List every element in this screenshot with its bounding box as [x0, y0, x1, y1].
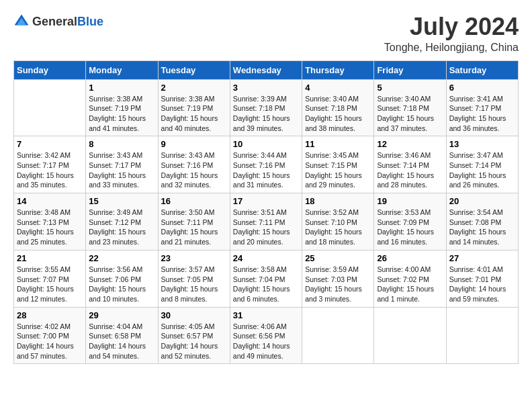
day-number: 24: [233, 253, 299, 263]
calendar-cell: 25Sunrise: 3:59 AM Sunset: 7:03 PM Dayli…: [302, 250, 374, 307]
day-number: 13: [449, 139, 515, 149]
calendar-cell: 17Sunrise: 3:51 AM Sunset: 7:11 PM Dayli…: [230, 193, 302, 250]
day-number: 4: [305, 83, 371, 93]
day-info: Sunrise: 3:56 AM Sunset: 7:06 PM Dayligh…: [89, 265, 154, 304]
day-info: Sunrise: 3:39 AM Sunset: 7:18 PM Dayligh…: [233, 94, 299, 134]
day-number: 14: [17, 196, 83, 206]
calendar-cell: 20Sunrise: 3:54 AM Sunset: 7:08 PM Dayli…: [446, 193, 518, 250]
day-info: Sunrise: 3:58 AM Sunset: 7:04 PM Dayligh…: [233, 265, 299, 304]
day-number: 21: [17, 253, 83, 263]
calendar-cell: 19Sunrise: 3:53 AM Sunset: 7:09 PM Dayli…: [374, 193, 446, 250]
location-subtitle: Tonghe, Heilongjiang, China: [384, 42, 519, 54]
calendar-cell: 12Sunrise: 3:46 AM Sunset: 7:14 PM Dayli…: [374, 136, 446, 193]
calendar-cell: 16Sunrise: 3:50 AM Sunset: 7:11 PM Dayli…: [158, 193, 230, 250]
day-info: Sunrise: 3:42 AM Sunset: 7:17 PM Dayligh…: [17, 150, 83, 190]
day-number: 27: [449, 253, 515, 263]
day-number: 31: [233, 310, 299, 320]
day-number: 15: [89, 196, 154, 206]
day-info: Sunrise: 4:02 AM Sunset: 7:00 PM Dayligh…: [17, 322, 83, 361]
calendar-cell: 2Sunrise: 3:38 AM Sunset: 7:19 PM Daylig…: [158, 79, 230, 136]
day-info: Sunrise: 3:43 AM Sunset: 7:16 PM Dayligh…: [161, 150, 227, 190]
calendar-cell: [446, 307, 518, 364]
day-number: 16: [161, 196, 227, 206]
calendar-cell: 30Sunrise: 4:05 AM Sunset: 6:57 PM Dayli…: [158, 307, 230, 364]
day-info: Sunrise: 4:00 AM Sunset: 7:02 PM Dayligh…: [377, 265, 443, 304]
calendar-week-row: 21Sunrise: 3:55 AM Sunset: 7:07 PM Dayli…: [14, 250, 519, 307]
calendar-week-row: 14Sunrise: 3:48 AM Sunset: 7:13 PM Dayli…: [14, 193, 519, 250]
day-number: 10: [233, 139, 299, 149]
day-info: Sunrise: 4:04 AM Sunset: 6:58 PM Dayligh…: [89, 322, 154, 361]
day-info: Sunrise: 4:06 AM Sunset: 6:56 PM Dayligh…: [233, 322, 299, 361]
calendar-cell: 11Sunrise: 3:45 AM Sunset: 7:15 PM Dayli…: [302, 136, 374, 193]
calendar-week-row: 1Sunrise: 3:38 AM Sunset: 7:19 PM Daylig…: [14, 79, 519, 136]
title-area: July 2024 Tonghe, Heilongjiang, China: [384, 13, 519, 54]
calendar-cell: 31Sunrise: 4:06 AM Sunset: 6:56 PM Dayli…: [230, 307, 302, 364]
day-info: Sunrise: 3:46 AM Sunset: 7:14 PM Dayligh…: [377, 150, 443, 190]
calendar-cell: 22Sunrise: 3:56 AM Sunset: 7:06 PM Dayli…: [86, 250, 158, 307]
day-number: 9: [161, 139, 227, 149]
day-info: Sunrise: 3:38 AM Sunset: 7:19 PM Dayligh…: [161, 94, 227, 134]
page-header: GeneralBlue July 2024 Tonghe, Heilongjia…: [13, 13, 519, 54]
logo-icon: [13, 13, 30, 30]
day-number: 18: [305, 196, 371, 206]
header-sunday: Sunday: [14, 60, 86, 79]
calendar-cell: 26Sunrise: 4:00 AM Sunset: 7:02 PM Dayli…: [374, 250, 446, 307]
day-info: Sunrise: 3:51 AM Sunset: 7:11 PM Dayligh…: [233, 208, 299, 247]
day-info: Sunrise: 3:54 AM Sunset: 7:08 PM Dayligh…: [449, 208, 515, 247]
calendar-cell: 4Sunrise: 3:40 AM Sunset: 7:18 PM Daylig…: [302, 79, 374, 136]
day-info: Sunrise: 3:52 AM Sunset: 7:10 PM Dayligh…: [305, 208, 371, 247]
header-saturday: Saturday: [446, 60, 518, 79]
day-info: Sunrise: 3:59 AM Sunset: 7:03 PM Dayligh…: [305, 265, 371, 304]
month-year-title: July 2024: [384, 13, 519, 40]
calendar-cell: 24Sunrise: 3:58 AM Sunset: 7:04 PM Dayli…: [230, 250, 302, 307]
day-info: Sunrise: 3:43 AM Sunset: 7:17 PM Dayligh…: [89, 150, 154, 190]
calendar-cell: 8Sunrise: 3:43 AM Sunset: 7:17 PM Daylig…: [86, 136, 158, 193]
calendar-cell: [374, 307, 446, 364]
calendar-cell: 28Sunrise: 4:02 AM Sunset: 7:00 PM Dayli…: [14, 307, 86, 364]
calendar-cell: [302, 307, 374, 364]
calendar-week-row: 7Sunrise: 3:42 AM Sunset: 7:17 PM Daylig…: [14, 136, 519, 193]
day-info: Sunrise: 4:05 AM Sunset: 6:57 PM Dayligh…: [161, 322, 227, 361]
day-info: Sunrise: 3:40 AM Sunset: 7:18 PM Dayligh…: [377, 94, 443, 134]
day-info: Sunrise: 3:55 AM Sunset: 7:07 PM Dayligh…: [17, 265, 83, 304]
day-info: Sunrise: 3:47 AM Sunset: 7:14 PM Dayligh…: [449, 150, 515, 190]
day-info: Sunrise: 3:48 AM Sunset: 7:13 PM Dayligh…: [17, 208, 83, 247]
calendar-week-row: 28Sunrise: 4:02 AM Sunset: 7:00 PM Dayli…: [14, 307, 519, 364]
calendar-cell: 5Sunrise: 3:40 AM Sunset: 7:18 PM Daylig…: [374, 79, 446, 136]
day-number: 23: [161, 253, 227, 263]
day-number: 20: [449, 196, 515, 206]
day-info: Sunrise: 3:44 AM Sunset: 7:16 PM Dayligh…: [233, 150, 299, 190]
day-number: 19: [377, 196, 443, 206]
calendar-cell: 7Sunrise: 3:42 AM Sunset: 7:17 PM Daylig…: [14, 136, 86, 193]
day-number: 7: [17, 139, 83, 149]
calendar-cell: 18Sunrise: 3:52 AM Sunset: 7:10 PM Dayli…: [302, 193, 374, 250]
logo-text-general: General: [32, 15, 77, 28]
calendar-cell: 3Sunrise: 3:39 AM Sunset: 7:18 PM Daylig…: [230, 79, 302, 136]
day-info: Sunrise: 4:01 AM Sunset: 7:01 PM Dayligh…: [449, 265, 515, 304]
day-number: 1: [89, 83, 154, 93]
header-thursday: Thursday: [302, 60, 374, 79]
day-info: Sunrise: 3:38 AM Sunset: 7:19 PM Dayligh…: [89, 94, 154, 134]
calendar-header-row: SundayMondayTuesdayWednesdayThursdayFrid…: [14, 60, 519, 79]
header-wednesday: Wednesday: [230, 60, 302, 79]
calendar-cell: 21Sunrise: 3:55 AM Sunset: 7:07 PM Dayli…: [14, 250, 86, 307]
calendar-cell: 1Sunrise: 3:38 AM Sunset: 7:19 PM Daylig…: [86, 79, 158, 136]
day-number: 12: [377, 139, 443, 149]
day-number: 28: [17, 310, 83, 320]
day-number: 3: [233, 83, 299, 93]
header-monday: Monday: [86, 60, 158, 79]
day-number: 29: [89, 310, 154, 320]
day-number: 25: [305, 253, 371, 263]
day-info: Sunrise: 3:49 AM Sunset: 7:12 PM Dayligh…: [89, 208, 154, 247]
day-info: Sunrise: 3:50 AM Sunset: 7:11 PM Dayligh…: [161, 208, 227, 247]
logo-text-blue: Blue: [77, 15, 103, 28]
calendar-cell: 6Sunrise: 3:41 AM Sunset: 7:17 PM Daylig…: [446, 79, 518, 136]
day-number: 5: [377, 83, 443, 93]
day-number: 30: [161, 310, 227, 320]
header-friday: Friday: [374, 60, 446, 79]
calendar-cell: [14, 79, 86, 136]
day-number: 8: [89, 139, 154, 149]
day-number: 17: [233, 196, 299, 206]
logo: GeneralBlue: [13, 13, 103, 30]
day-info: Sunrise: 3:45 AM Sunset: 7:15 PM Dayligh…: [305, 150, 371, 190]
